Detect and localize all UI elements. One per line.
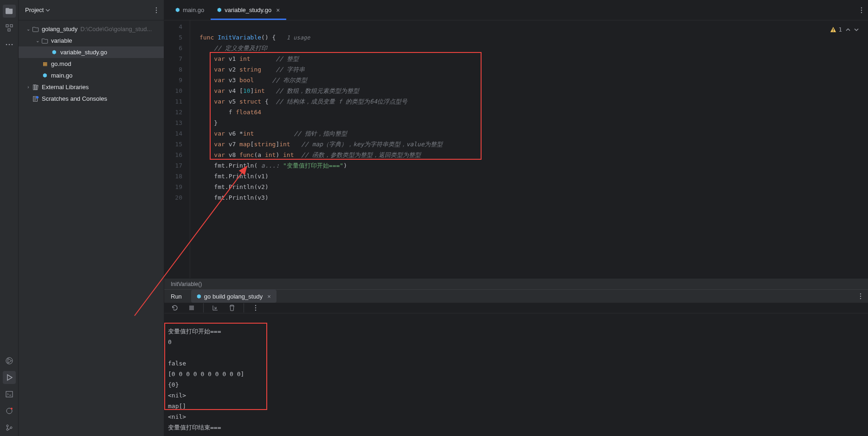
run-toolbar	[164, 303, 868, 313]
run-tab-label: go build golang_study	[204, 293, 263, 300]
run-tabs-bar: Run ⬢ go build golang_study ×	[164, 290, 868, 303]
library-icon	[32, 84, 40, 91]
svg-rect-20	[36, 85, 38, 90]
left-tool-rail	[0, 0, 19, 436]
svg-rect-1	[10, 25, 13, 27]
code-line: func InitVariable() { 1 usage	[190, 32, 868, 43]
svg-point-25	[861, 12, 862, 13]
svg-point-22	[36, 96, 39, 98]
tree-folder-variable[interactable]: ⌄ variable	[19, 35, 164, 46]
chevron-down-icon[interactable]	[45, 8, 50, 13]
project-tree: ⌄ golang_study D:\Code\Go\golang_stud...…	[19, 20, 164, 107]
svg-point-28	[860, 293, 861, 294]
console-line: 变量值打印开始===	[168, 328, 221, 335]
svg-point-29	[860, 296, 861, 297]
code-line: f float64	[190, 107, 868, 117]
chevron-right-icon: ›	[25, 85, 32, 90]
code-area[interactable]: 1 func InitVariable() { 1 usage // 定义变量及…	[190, 20, 868, 278]
line-number: 18	[164, 171, 182, 182]
mod-file-icon: ▦	[41, 61, 49, 67]
tree-folder-label: variable	[51, 37, 72, 44]
editor-section: ⬢ main.go ⬢ variable_study.go × 4	[164, 0, 868, 289]
scroll-to-end-button[interactable]	[210, 303, 220, 313]
tree-file-label: main.go	[51, 72, 72, 79]
rerun-button[interactable]	[170, 303, 180, 313]
code-line: var v6 *int // 指针，指向整型	[190, 128, 868, 139]
vcs-tool-icon[interactable]	[3, 421, 16, 434]
nav-down-icon[interactable]	[854, 27, 859, 32]
svg-point-16	[156, 9, 157, 10]
console-output[interactable]: 变量值打印开始=== 0 false [0 0 0 0 0 0 0 0 0 0]…	[164, 313, 868, 436]
svg-rect-2	[8, 29, 10, 31]
svg-point-30	[860, 298, 861, 299]
project-panel: Project ⌄ golang_study D:\Code\Go\golang…	[19, 0, 164, 436]
line-number: 7	[164, 53, 182, 64]
code-line: var v5 struct { // 结构体，成员变量 f 的类型为64位浮点型…	[190, 96, 868, 107]
tree-file-variable-study[interactable]: ⬢ variable_study.go	[19, 46, 164, 58]
line-number: 9	[164, 75, 182, 85]
close-icon[interactable]: ×	[267, 293, 271, 300]
svg-point-4	[8, 44, 10, 46]
svg-rect-19	[35, 85, 36, 90]
console-line: false	[168, 360, 186, 367]
tree-file-maingo[interactable]: ⬢ main.go	[19, 70, 164, 81]
structure-tool-icon[interactable]	[3, 21, 16, 34]
close-icon[interactable]: ×	[276, 7, 280, 14]
svg-rect-31	[189, 306, 194, 310]
terminal-tool-icon[interactable]	[3, 388, 16, 401]
folder-icon	[41, 38, 49, 44]
tab-label: main.go	[183, 7, 204, 13]
warning-count: 1	[838, 24, 842, 35]
run-tool-icon[interactable]	[3, 371, 16, 384]
editor-tabs: ⬢ main.go ⬢ variable_study.go ×	[164, 0, 868, 20]
line-number: 20	[164, 192, 182, 203]
svg-point-32	[255, 305, 256, 306]
problems-tool-icon[interactable]	[3, 404, 16, 417]
editor-body: 4 5 6 7 8 9 10 11 12 13 14 15 16 17 18 1…	[164, 20, 868, 278]
tree-scratches[interactable]: Scratches and Consoles	[19, 93, 164, 104]
svg-marker-8	[7, 375, 12, 380]
go-file-icon: ⬢	[41, 72, 49, 78]
line-number: 13	[164, 117, 182, 128]
tab-main-go[interactable]: ⬢ main.go	[169, 0, 211, 20]
breadcrumb-item[interactable]: InitVariable()	[171, 281, 202, 287]
tree-root[interactable]: ⌄ golang_study D:\Code\Go\golang_stud...	[19, 23, 164, 35]
code-line: // 定义变量及打印	[190, 43, 868, 53]
stop-button[interactable]	[186, 303, 197, 313]
line-number: 14	[164, 128, 182, 139]
tree-file-gomod[interactable]: ▦ go.mod	[19, 58, 164, 70]
nav-up-icon[interactable]	[846, 27, 850, 32]
more-tool-icon[interactable]	[3, 38, 16, 51]
line-number: 6	[164, 43, 182, 53]
svg-point-17	[156, 12, 157, 13]
svg-rect-0	[6, 25, 8, 27]
go-file-icon: ⬢	[50, 49, 58, 55]
project-tool-icon[interactable]	[3, 5, 16, 18]
line-number: 19	[164, 182, 182, 192]
line-number: 12	[164, 107, 182, 117]
breadcrumb-bar: InitVariable()	[164, 278, 868, 289]
services-tool-icon[interactable]	[3, 354, 16, 367]
line-number: 5	[164, 32, 182, 43]
line-number: 16	[164, 150, 182, 160]
tree-external-libraries[interactable]: › External Libraries	[19, 81, 164, 93]
run-panel: Run ⬢ go build golang_study ×	[164, 289, 868, 436]
tab-variable-study[interactable]: ⬢ variable_study.go ×	[211, 0, 286, 20]
warning-indicator[interactable]: 1	[830, 24, 859, 35]
line-number: 10	[164, 85, 182, 96]
code-line: fmt.Println(v1)	[190, 171, 868, 182]
svg-point-14	[10, 427, 12, 429]
clear-all-button[interactable]	[227, 303, 237, 313]
console-line: 0	[168, 338, 172, 345]
kebab-icon[interactable]	[155, 7, 157, 14]
kebab-icon[interactable]	[860, 293, 862, 300]
more-actions-button[interactable]	[251, 303, 261, 313]
svg-rect-27	[833, 31, 833, 31]
kebab-icon[interactable]	[861, 7, 862, 14]
console-line: <nil>	[168, 392, 186, 399]
code-line: fmt.Println(v2)	[190, 182, 868, 192]
scratch-icon	[32, 96, 40, 102]
line-number: 11	[164, 96, 182, 107]
line-number: 8	[164, 64, 182, 75]
run-config-tab[interactable]: ⬢ go build golang_study ×	[191, 290, 276, 303]
